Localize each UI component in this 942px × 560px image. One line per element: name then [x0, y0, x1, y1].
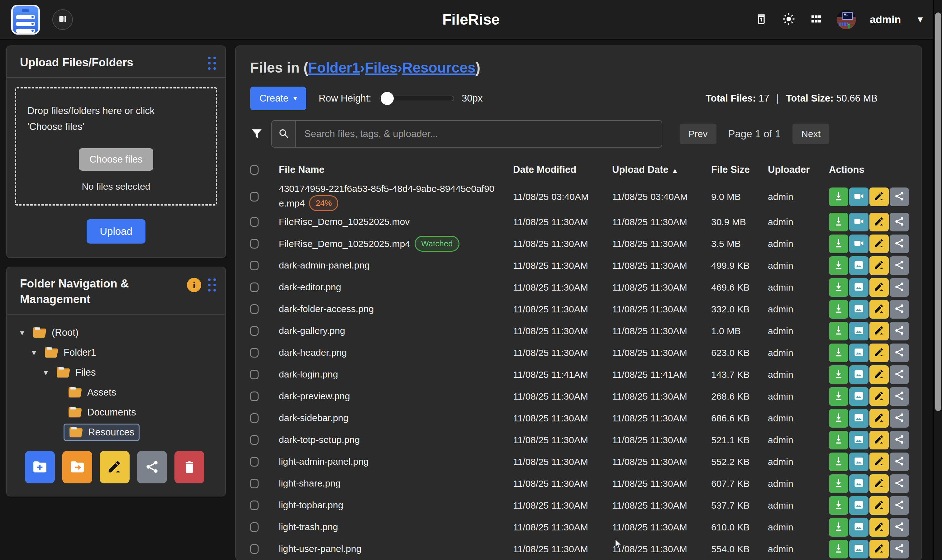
apps-grid-button[interactable]	[809, 13, 823, 26]
upload-dropzone[interactable]: Drop files/folders here or click 'Choose…	[15, 87, 217, 206]
folder-tree-item[interactable]: ▾Files	[13, 363, 219, 383]
file-name[interactable]: light-admin-panel.png	[279, 455, 513, 468]
file-checkbox[interactable]	[250, 217, 259, 227]
share-button[interactable]	[890, 234, 909, 253]
selected-folder[interactable]: Resources	[63, 423, 140, 441]
image-preview-button[interactable]	[849, 496, 868, 515]
download-button[interactable]	[829, 300, 848, 318]
upload-button[interactable]: Upload	[86, 219, 145, 243]
folder-entry[interactable]: Assets	[63, 385, 120, 400]
row-height-slider[interactable]	[379, 95, 454, 101]
folder-tree-item[interactable]: Documents	[13, 402, 219, 422]
download-button[interactable]	[829, 387, 848, 406]
file-checkbox[interactable]	[250, 283, 259, 292]
info-icon[interactable]: i	[187, 278, 201, 292]
column-header-date-modified[interactable]: Date Modified	[513, 164, 612, 175]
column-header-file-name[interactable]: File Name	[279, 164, 513, 175]
share-button[interactable]	[890, 300, 909, 318]
download-button[interactable]	[829, 431, 848, 449]
share-button[interactable]	[890, 452, 909, 471]
rename-button[interactable]	[870, 474, 889, 493]
rename-button[interactable]	[870, 213, 889, 231]
share-button[interactable]	[890, 322, 909, 340]
scrollbar-thumb[interactable]	[935, 12, 941, 411]
next-page-button[interactable]: Next	[793, 124, 829, 144]
share-button[interactable]	[890, 431, 909, 449]
column-header-uploader[interactable]: Uploader	[768, 164, 829, 175]
rename-button[interactable]	[870, 540, 889, 558]
file-name[interactable]: dark-totp-setup.png	[279, 434, 513, 446]
download-button[interactable]	[829, 343, 848, 362]
rename-button[interactable]	[870, 278, 889, 297]
file-checkbox[interactable]	[250, 544, 259, 554]
image-preview-button[interactable]	[849, 387, 868, 406]
image-preview-button[interactable]	[849, 409, 868, 428]
column-header-upload-date[interactable]: Upload Date▲	[612, 164, 711, 175]
filter-funnel-icon[interactable]	[250, 127, 263, 141]
rename-button[interactable]	[870, 365, 889, 384]
download-button[interactable]	[829, 213, 848, 231]
file-name[interactable]: light-topbar.png	[279, 499, 513, 512]
file-name[interactable]: dark-header.png	[279, 346, 513, 359]
file-name[interactable]: dark-editor.png	[279, 281, 513, 294]
tree-caret-icon[interactable]: ▾	[16, 328, 28, 338]
share-button[interactable]	[890, 188, 909, 206]
image-preview-button[interactable]	[849, 300, 868, 318]
file-name[interactable]: dark-admin-panel.png	[279, 259, 513, 272]
rename-folder-button[interactable]	[100, 451, 129, 483]
file-name[interactable]: light-user-panel.png	[279, 543, 513, 555]
file-checkbox[interactable]	[250, 304, 259, 314]
caret-down-icon[interactable]: ▼	[916, 15, 925, 25]
rename-button[interactable]	[870, 452, 889, 471]
username-label[interactable]: admin	[870, 13, 901, 26]
share-button[interactable]	[890, 496, 909, 515]
filerise-logo[interactable]	[11, 5, 40, 35]
file-checkbox[interactable]	[250, 500, 259, 510]
file-name[interactable]: dark-sidebar.png	[279, 412, 513, 425]
image-preview-button[interactable]	[849, 256, 868, 275]
slider-thumb[interactable]	[381, 92, 394, 105]
file-checkbox[interactable]	[250, 391, 259, 401]
file-checkbox[interactable]	[250, 413, 259, 423]
theme-toggle-button[interactable]	[782, 13, 796, 26]
create-button[interactable]: Create ▾	[250, 86, 306, 110]
file-checkbox[interactable]	[250, 435, 259, 445]
folder-entry[interactable]: (Root)	[28, 325, 83, 340]
file-checkbox[interactable]	[250, 192, 259, 202]
share-button[interactable]	[890, 540, 909, 558]
file-checkbox[interactable]	[250, 479, 259, 488]
share-button[interactable]	[890, 343, 909, 362]
download-button[interactable]	[829, 322, 848, 340]
download-button[interactable]	[829, 234, 848, 253]
video-preview-button[interactable]	[849, 213, 868, 231]
download-button[interactable]	[829, 278, 848, 297]
image-preview-button[interactable]	[849, 343, 868, 362]
download-button[interactable]	[829, 540, 848, 558]
rename-button[interactable]	[870, 431, 889, 449]
download-button[interactable]	[829, 474, 848, 493]
tree-caret-icon[interactable]: ▾	[40, 368, 52, 377]
breadcrumb-link[interactable]: Resources	[402, 60, 476, 76]
file-name[interactable]: dark-preview.png	[279, 390, 513, 403]
file-checkbox[interactable]	[250, 522, 259, 532]
file-checkbox[interactable]	[250, 370, 259, 379]
rename-button[interactable]	[870, 322, 889, 340]
file-name[interactable]: light-share.png	[279, 477, 513, 490]
share-button[interactable]	[890, 213, 909, 231]
share-button[interactable]	[890, 518, 909, 537]
download-button[interactable]	[829, 452, 848, 471]
drag-handle-icon[interactable]	[208, 57, 216, 70]
rename-button[interactable]	[870, 518, 889, 537]
image-preview-button[interactable]	[849, 518, 868, 537]
tree-caret-icon[interactable]: ▾	[28, 348, 40, 358]
column-header-file-size[interactable]: File Size	[711, 164, 768, 175]
download-button[interactable]	[829, 365, 848, 384]
rename-button[interactable]	[870, 387, 889, 406]
download-button[interactable]	[829, 496, 848, 515]
file-checkbox[interactable]	[250, 457, 259, 466]
file-name[interactable]: dark-login.png	[279, 368, 513, 381]
file-checkbox[interactable]	[250, 326, 259, 336]
rename-button[interactable]	[870, 409, 889, 428]
folder-tree-item[interactable]: Assets	[13, 383, 219, 402]
delete-folder-button[interactable]	[174, 451, 204, 483]
